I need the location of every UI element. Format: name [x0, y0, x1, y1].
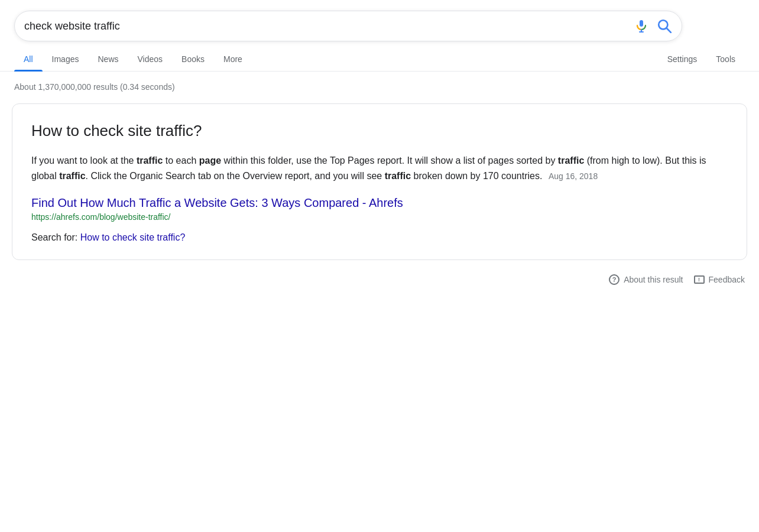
results-info: About 1,370,000,000 results (0.34 second…: [0, 72, 759, 98]
bottom-bar: ? About this result ! Feedback: [0, 266, 759, 293]
featured-snippet-card: How to check site traffic? If you want t…: [12, 103, 747, 260]
tab-tools[interactable]: Tools: [706, 47, 745, 71]
feedback-label: Feedback: [709, 275, 745, 284]
tab-more[interactable]: More: [214, 47, 252, 71]
snippet-title: How to check site traffic?: [31, 122, 728, 140]
mic-icon[interactable]: [634, 19, 648, 33]
tab-videos[interactable]: Videos: [128, 47, 173, 71]
about-result-label: About this result: [624, 275, 683, 284]
feedback-icon: !: [694, 275, 705, 284]
search-for-label: Search for:: [31, 232, 77, 242]
result-link-url[interactable]: https://ahrefs.com/blog/website-traffic/: [31, 212, 728, 222]
tab-books[interactable]: Books: [172, 47, 214, 71]
svg-line-4: [667, 28, 671, 33]
search-for-link[interactable]: How to check site traffic?: [80, 232, 186, 242]
nav-tabs: All Images News Videos Books More Settin…: [0, 47, 759, 72]
tab-images[interactable]: Images: [43, 47, 89, 71]
search-box-container: [14, 11, 682, 41]
search-bar: [0, 0, 759, 47]
about-result-item[interactable]: ? About this result: [609, 274, 683, 285]
feedback-item[interactable]: ! Feedback: [694, 275, 745, 284]
tab-news[interactable]: News: [88, 47, 128, 71]
search-icons: [634, 18, 672, 34]
snippet-body: If you want to look at the traffic to ea…: [31, 153, 728, 184]
search-input[interactable]: [24, 20, 634, 33]
about-icon: ?: [609, 274, 619, 285]
result-link-title[interactable]: Find Out How Much Traffic a Website Gets…: [31, 196, 728, 210]
svg-rect-0: [640, 20, 643, 27]
search-button-icon[interactable]: [657, 18, 672, 34]
tab-all[interactable]: All: [14, 47, 43, 71]
snippet-date: Aug 16, 2018: [549, 171, 598, 181]
search-for-row: Search for: How to check site traffic?: [31, 232, 728, 243]
tab-settings[interactable]: Settings: [658, 47, 707, 71]
